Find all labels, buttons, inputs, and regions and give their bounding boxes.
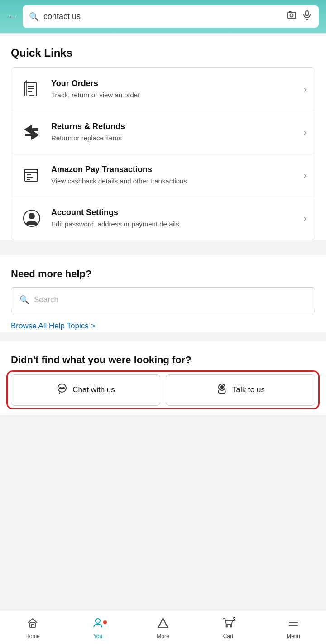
cart-icon: 3 [222, 617, 234, 631]
need-help-title: Need more help? [11, 268, 315, 280]
svg-point-21 [221, 386, 223, 389]
returns-subtitle: Return or replace items [51, 133, 299, 143]
bottom-padding [0, 415, 326, 456]
need-help-section: Need more help? 🔍 Search Browse All Help… [0, 255, 326, 332]
contact-buttons-row: Chat with us Talk to us [11, 374, 315, 406]
your-orders-subtitle: Track, return or view an order [51, 90, 299, 100]
returns-chevron: › [304, 128, 307, 137]
nav-more[interactable]: More [130, 611, 196, 644]
help-search-placeholder: Search [34, 295, 58, 304]
svg-point-15 [29, 213, 35, 219]
amazon-pay-text: Amazon Pay Transactions View cashback de… [51, 165, 299, 186]
amazon-pay-subtitle: View cashback details and other transact… [51, 176, 299, 186]
svg-point-17 [60, 388, 61, 389]
you-icon [92, 617, 104, 631]
your-orders-title: Your Orders [51, 79, 299, 88]
search-icon: 🔍 [29, 12, 39, 22]
back-button[interactable]: ← [7, 11, 17, 23]
didnt-find-title: Didn't find what you were looking for? [11, 354, 315, 366]
nav-menu[interactable]: Menu [261, 611, 326, 644]
your-orders-text: Your Orders Track, return or view an ord… [51, 79, 299, 100]
svg-rect-0 [288, 12, 296, 19]
quick-link-account[interactable]: Account Settings Edit password, address … [11, 197, 315, 240]
phone-icon [216, 383, 228, 397]
home-icon [27, 617, 38, 631]
home-label: Home [25, 633, 40, 639]
bottom-navigation: Home You More [0, 611, 326, 644]
svg-rect-3 [306, 11, 308, 16]
nav-you[interactable]: You [65, 611, 130, 644]
account-subtitle: Edit password, address or payment detail… [51, 219, 299, 229]
lens-icon[interactable] [286, 10, 297, 23]
svg-point-30 [230, 626, 232, 627]
search-bar[interactable]: 🔍 contact us [23, 5, 319, 28]
svg-marker-8 [25, 130, 39, 140]
returns-text: Returns & Refunds Return or replace item… [51, 122, 299, 143]
amazon-pay-chevron: › [304, 171, 307, 180]
help-search-icon: 🔍 [19, 295, 29, 305]
talk-label: Talk to us [232, 385, 265, 394]
amazon-pay-title: Amazon Pay Transactions [51, 165, 299, 174]
help-search-box[interactable]: 🔍 Search [11, 287, 315, 312]
quick-links-section: Quick Links Your Orders Track, return or… [0, 34, 326, 240]
svg-point-24 [96, 619, 100, 623]
didnt-find-section: Didn't find what you were looking for? C… [0, 341, 326, 415]
separator-2 [0, 332, 326, 337]
more-label: More [157, 633, 169, 639]
svg-point-18 [62, 388, 62, 389]
chat-with-us-button[interactable]: Chat with us [11, 374, 160, 406]
separator-1 [0, 251, 326, 255]
nav-home[interactable]: Home [0, 611, 65, 644]
account-icon [19, 206, 44, 231]
microphone-icon[interactable] [302, 10, 312, 23]
menu-icon [288, 617, 299, 631]
svg-point-1 [290, 14, 293, 17]
chat-label: Chat with us [72, 385, 115, 394]
cart-label: Cart [223, 633, 234, 639]
returns-icon [19, 120, 44, 144]
nav-cart[interactable]: 3 Cart [196, 611, 261, 644]
svg-point-19 [63, 388, 64, 389]
cart-badge: 3 [233, 616, 236, 623]
quick-link-amazon-pay[interactable]: Amazon Pay Transactions View cashback de… [11, 154, 315, 197]
account-text: Account Settings Edit password, address … [51, 208, 299, 229]
header: ← 🔍 contact us [0, 0, 326, 33]
returns-title: Returns & Refunds [51, 122, 299, 131]
browse-all-help-link[interactable]: Browse All Help Topics > [11, 322, 95, 331]
active-dot [103, 620, 107, 624]
quick-links-title: Quick Links [11, 47, 315, 59]
account-chevron: › [304, 214, 307, 223]
orders-icon [19, 77, 44, 101]
you-label: You [93, 633, 102, 639]
talk-to-us-button[interactable]: Talk to us [166, 374, 315, 406]
your-orders-chevron: › [304, 85, 307, 94]
menu-label: Menu [287, 633, 300, 639]
amazon-pay-icon [19, 163, 44, 187]
chat-icon [56, 383, 68, 397]
search-query-text: contact us [43, 12, 282, 21]
svg-point-29 [226, 626, 228, 627]
quick-links-card: Your Orders Track, return or view an ord… [11, 67, 315, 240]
quick-link-returns[interactable]: Returns & Refunds Return or replace item… [11, 111, 315, 154]
quick-link-your-orders[interactable]: Your Orders Track, return or view an ord… [11, 68, 315, 111]
more-icon [157, 617, 169, 631]
search-action-icons [286, 10, 312, 23]
account-title: Account Settings [51, 208, 299, 217]
svg-rect-23 [31, 625, 34, 627]
